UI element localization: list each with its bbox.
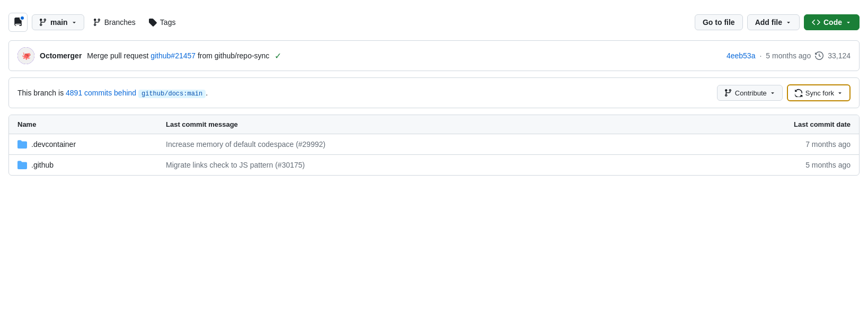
contribute-chevron-icon — [769, 90, 776, 96]
commit-hash-link[interactable]: 4eeb53a — [727, 51, 756, 60]
branches-label: Branches — [104, 18, 136, 27]
commits-behind-link[interactable]: 4891 commits behind — [66, 89, 136, 97]
file-commit-message: Increase memory of default codespace (#2… — [166, 140, 745, 149]
sync-fork-button[interactable]: Sync fork — [787, 84, 851, 101]
chevron-down-icon — [845, 19, 852, 25]
pr-link[interactable]: github#21457 — [150, 51, 196, 60]
col-commit-message: Last commit message — [166, 120, 745, 128]
file-table: Name Last commit message Last commit dat… — [8, 115, 860, 176]
commit-separator: · — [759, 51, 761, 60]
behind-bar: This branch is 4891 commits behind githu… — [8, 77, 860, 108]
commit-count: 33,124 — [828, 51, 851, 60]
folder-icon — [17, 140, 27, 149]
branch-icon — [39, 18, 47, 27]
file-name-link[interactable]: .devcontainer — [31, 140, 76, 149]
file-table-header: Name Last commit message Last commit dat… — [9, 115, 859, 134]
history-icon — [815, 51, 823, 60]
file-name-cell: .github — [17, 160, 166, 170]
upstream-branch-code: github/docs:main — [138, 90, 206, 98]
code-button[interactable]: Code — [804, 14, 860, 30]
tags-label: Tags — [160, 18, 176, 27]
avatar: 🐙 — [17, 47, 34, 64]
table-row: .github Migrate links check to JS patter… — [9, 155, 859, 175]
col-name: Name — [17, 120, 166, 128]
behind-actions: Contribute Sync fork — [717, 84, 851, 101]
sync-fork-chevron-icon — [837, 90, 843, 96]
commit-age: 5 months ago — [766, 51, 811, 60]
branches-link[interactable]: Branches — [88, 15, 140, 30]
repo-icon-button[interactable] — [8, 13, 28, 32]
code-icon — [812, 18, 820, 27]
folder-icon — [17, 160, 27, 170]
col-commit-date: Last commit date — [745, 120, 851, 128]
toolbar: main Branches Tags Go to file Add file C… — [8, 8, 860, 40]
branch-selector[interactable]: main — [32, 14, 84, 30]
commit-bar: 🐙 Octomerger Merge pull request github#2… — [8, 40, 860, 71]
chevron-down-icon — [785, 19, 792, 25]
sync-icon — [794, 89, 803, 97]
check-icon: ✓ — [274, 51, 281, 61]
file-commit-date: 7 months ago — [745, 140, 851, 149]
table-row: .devcontainer Increase memory of default… — [9, 134, 859, 155]
goto-file-button[interactable]: Go to file — [695, 14, 743, 30]
branches-icon — [93, 18, 101, 27]
commit-meta: 4eeb53a · 5 months ago 33,124 — [727, 51, 851, 60]
chevron-down-icon — [71, 19, 77, 25]
contribute-button[interactable]: Contribute — [717, 85, 783, 101]
add-file-button[interactable]: Add file — [747, 14, 800, 30]
branch-name: main — [50, 18, 68, 27]
tag-icon — [148, 18, 157, 27]
file-name-cell: .devcontainer — [17, 140, 166, 149]
file-commit-message: Migrate links check to JS pattern (#3017… — [166, 161, 745, 169]
commit-author: Octomerger — [40, 51, 82, 60]
commit-message: Merge pull request github#21457 from git… — [87, 51, 269, 60]
notification-dot — [20, 15, 25, 21]
file-name-link[interactable]: .github — [31, 161, 54, 169]
svg-text:🐙: 🐙 — [22, 51, 31, 60]
behind-text: This branch is 4891 commits behind githu… — [17, 89, 713, 98]
file-commit-date: 5 months ago — [745, 161, 851, 169]
contribute-icon — [724, 89, 732, 97]
tags-link[interactable]: Tags — [144, 15, 180, 30]
